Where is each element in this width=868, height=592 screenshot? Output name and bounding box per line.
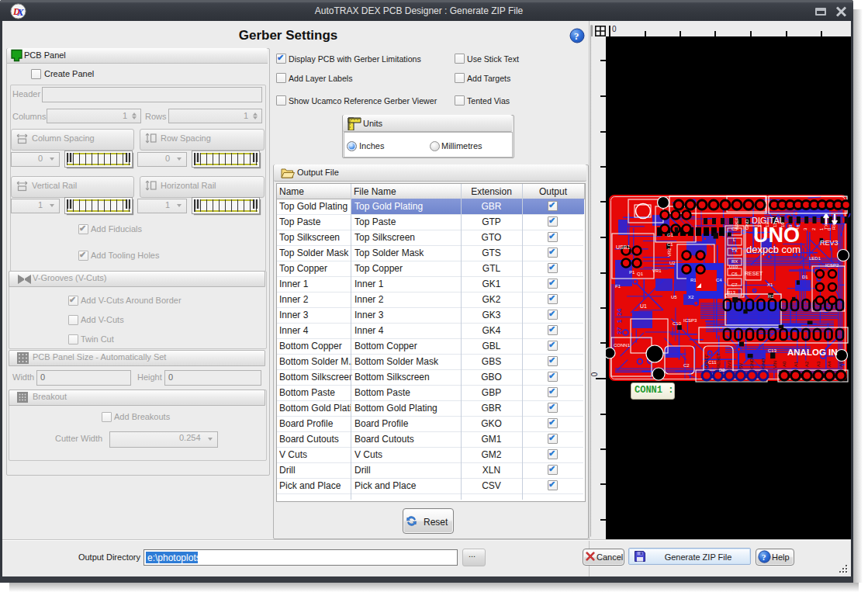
svg-text:R1: R1 bbox=[690, 278, 697, 282]
svg-text:ICSP3: ICSP3 bbox=[683, 318, 697, 323]
svg-text:R13: R13 bbox=[727, 290, 736, 295]
svg-text:USB1: USB1 bbox=[616, 244, 630, 250]
svg-text:U2: U2 bbox=[669, 261, 676, 265]
svg-text:VR2: VR2 bbox=[667, 248, 672, 257]
svg-text:A3: A3 bbox=[816, 361, 821, 367]
svg-text:RESET: RESET bbox=[745, 271, 763, 276]
svg-text:GND: GND bbox=[761, 358, 766, 369]
svg-text:LED1: LED1 bbox=[809, 256, 821, 261]
svg-text:X1: X1 bbox=[767, 282, 773, 287]
svg-text:GND: GND bbox=[749, 358, 754, 369]
svg-text:C13: C13 bbox=[768, 348, 777, 353]
svg-text:U10: U10 bbox=[729, 265, 738, 269]
svg-text:GND: GND bbox=[745, 219, 749, 230]
svg-text:dexpcb com: dexpcb com bbox=[746, 244, 801, 255]
svg-text:12: 12 bbox=[765, 222, 769, 227]
svg-text:27 1 24: 27 1 24 bbox=[616, 308, 623, 334]
svg-text:D1: D1 bbox=[802, 275, 808, 279]
svg-text:A1: A1 bbox=[794, 361, 798, 367]
svg-text:C6: C6 bbox=[731, 272, 738, 276]
svg-text:Q1: Q1 bbox=[637, 272, 644, 276]
svg-text:ICSP2: ICSP2 bbox=[825, 263, 839, 268]
svg-text:U5: U5 bbox=[671, 295, 677, 299]
svg-text:VIN: VIN bbox=[773, 361, 777, 369]
svg-text:A5: A5 bbox=[839, 361, 843, 367]
svg-text:ANALOG IN: ANALOG IN bbox=[787, 348, 838, 357]
svg-text:A0: A0 bbox=[782, 361, 787, 367]
svg-text:G1: G1 bbox=[667, 233, 674, 237]
svg-text:R2: R2 bbox=[768, 294, 774, 299]
svg-text:X2: X2 bbox=[688, 295, 694, 299]
svg-text:REV3: REV3 bbox=[820, 239, 839, 247]
svg-text:P1: P1 bbox=[629, 270, 635, 275]
svg-text:TX: TX bbox=[824, 223, 828, 230]
svg-text:AREF: AREF bbox=[735, 217, 739, 230]
svg-text:X: X bbox=[16, 6, 24, 18]
svg-text:C10: C10 bbox=[673, 321, 682, 326]
svg-text:RX: RX bbox=[731, 259, 738, 264]
svg-text:?: ? bbox=[574, 30, 579, 42]
svg-text:U1: U1 bbox=[640, 303, 647, 309]
svg-text:F1: F1 bbox=[615, 284, 621, 289]
svg-text:A2: A2 bbox=[804, 361, 809, 367]
svg-text:?: ? bbox=[762, 552, 766, 562]
svg-text:3V3: 3V3 bbox=[727, 360, 731, 369]
svg-text:TX: TX bbox=[731, 248, 738, 253]
svg-text:RESET: RESET bbox=[716, 353, 721, 369]
svg-text:C4: C4 bbox=[716, 278, 722, 282]
svg-text:11: 11 bbox=[773, 222, 777, 227]
svg-text:C1: C1 bbox=[667, 242, 673, 247]
svg-text:5V: 5V bbox=[738, 363, 743, 369]
svg-text:CONN1: CONN1 bbox=[614, 343, 631, 348]
svg-text:VR1: VR1 bbox=[652, 268, 662, 273]
svg-text:C2: C2 bbox=[683, 363, 690, 368]
svg-text:A4: A4 bbox=[827, 361, 832, 367]
svg-text:10: 10 bbox=[780, 222, 785, 227]
svg-text:IOREF: IOREF bbox=[704, 354, 709, 369]
svg-text:C7: C7 bbox=[731, 282, 738, 287]
svg-text:13: 13 bbox=[757, 222, 762, 227]
